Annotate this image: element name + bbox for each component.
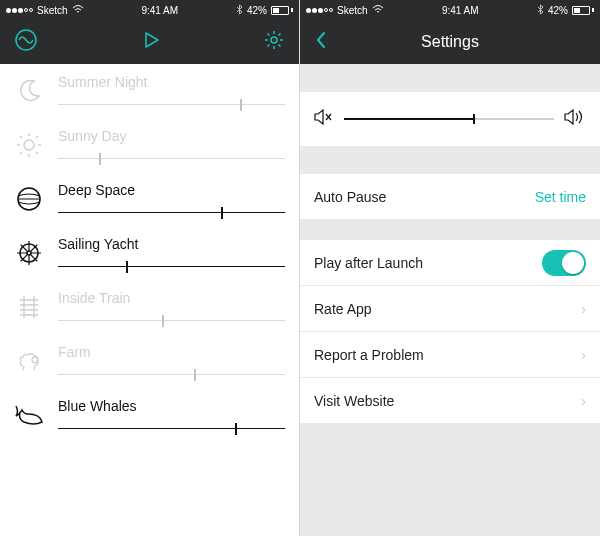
volume-row: [300, 92, 600, 146]
sound-slider[interactable]: [58, 206, 285, 220]
sound-slider[interactable]: [58, 422, 285, 436]
sound-label: Inside Train: [58, 290, 285, 306]
sound-label: Sailing Yacht: [58, 236, 285, 252]
battery-percent: 42%: [548, 5, 568, 16]
wifi-icon: [72, 5, 84, 16]
sun-icon: [14, 130, 44, 160]
status-bar: Sketch 9:41 AM 42%: [0, 0, 299, 20]
back-icon[interactable]: [314, 30, 334, 54]
sound-label: Blue Whales: [58, 398, 285, 414]
moon-icon: [14, 76, 44, 106]
play-after-launch-toggle[interactable]: [542, 250, 586, 276]
sounds-header: [0, 20, 299, 64]
sound-slider[interactable]: [58, 260, 285, 274]
sounds-screen: Sketch 9:41 AM 42%: [0, 0, 300, 536]
sound-slider[interactable]: [58, 152, 285, 166]
settings-screen: Sketch 9:41 AM 42% Settings: [300, 0, 600, 536]
sound-row-summer-night[interactable]: Summer Night: [0, 64, 299, 118]
whale-icon: [14, 400, 44, 430]
sound-label: Sunny Day: [58, 128, 285, 144]
sound-row-blue-whales[interactable]: Blue Whales: [0, 388, 299, 442]
chevron-right-icon: ›: [581, 347, 586, 363]
sound-row-deep-space[interactable]: Deep Space: [0, 172, 299, 226]
visit-website-label: Visit Website: [314, 393, 394, 409]
carrier-label: Sketch: [337, 5, 368, 16]
report-problem-label: Report a Problem: [314, 347, 424, 363]
sound-row-sailing-yacht[interactable]: Sailing Yacht: [0, 226, 299, 280]
sheep-icon: [14, 346, 44, 376]
sound-label: Summer Night: [58, 74, 285, 90]
row-rate-app[interactable]: Rate App ›: [300, 286, 600, 332]
battery-icon: [271, 6, 293, 15]
page-title: Settings: [334, 33, 566, 51]
volume-mute-icon[interactable]: [314, 109, 334, 129]
row-play-after-launch[interactable]: Play after Launch: [300, 240, 600, 286]
sound-row-farm[interactable]: Farm: [0, 334, 299, 388]
rail-icon: [14, 292, 44, 322]
signal-dots-icon: [6, 8, 33, 13]
wheel-icon: [14, 238, 44, 268]
sound-row-inside-train[interactable]: Inside Train: [0, 280, 299, 334]
auto-pause-label: Auto Pause: [314, 189, 386, 205]
status-bar: Sketch 9:41 AM 42%: [300, 0, 600, 20]
bluetooth-icon: [537, 4, 544, 17]
settings-header: Settings: [300, 20, 600, 64]
sound-row-sunny-day[interactable]: Sunny Day: [0, 118, 299, 172]
svg-point-2: [24, 140, 34, 150]
play-icon[interactable]: [140, 29, 162, 55]
clock: 9:41 AM: [141, 5, 178, 16]
signal-dots-icon: [306, 8, 333, 13]
sound-label: Farm: [58, 344, 285, 360]
row-visit-website[interactable]: Visit Website ›: [300, 378, 600, 424]
sound-slider[interactable]: [58, 314, 285, 328]
chevron-right-icon: ›: [581, 393, 586, 409]
gear-icon[interactable]: [263, 29, 285, 55]
clock: 9:41 AM: [442, 5, 479, 16]
planet-icon: [14, 184, 44, 214]
battery-icon: [572, 6, 594, 15]
wifi-icon: [372, 5, 384, 16]
rate-app-label: Rate App: [314, 301, 372, 317]
settings-content: Auto Pause Set time Play after Launch Ra…: [300, 64, 600, 536]
play-after-launch-label: Play after Launch: [314, 255, 423, 271]
chevron-right-icon: ›: [581, 301, 586, 317]
sound-label: Deep Space: [58, 182, 285, 198]
row-report-problem[interactable]: Report a Problem ›: [300, 332, 600, 378]
sounds-list[interactable]: Summer NightSunny DayDeep SpaceSailing Y…: [0, 64, 299, 536]
volume-loud-icon[interactable]: [564, 109, 586, 129]
volume-slider[interactable]: [344, 118, 554, 120]
svg-point-5: [27, 251, 31, 255]
sound-slider[interactable]: [58, 98, 285, 112]
svg-point-1: [271, 37, 277, 43]
bluetooth-icon: [236, 4, 243, 17]
set-time-link[interactable]: Set time: [535, 189, 586, 205]
battery-percent: 42%: [247, 5, 267, 16]
carrier-label: Sketch: [37, 5, 68, 16]
sound-slider[interactable]: [58, 368, 285, 382]
row-auto-pause[interactable]: Auto Pause Set time: [300, 174, 600, 220]
waveform-icon[interactable]: [14, 28, 38, 56]
